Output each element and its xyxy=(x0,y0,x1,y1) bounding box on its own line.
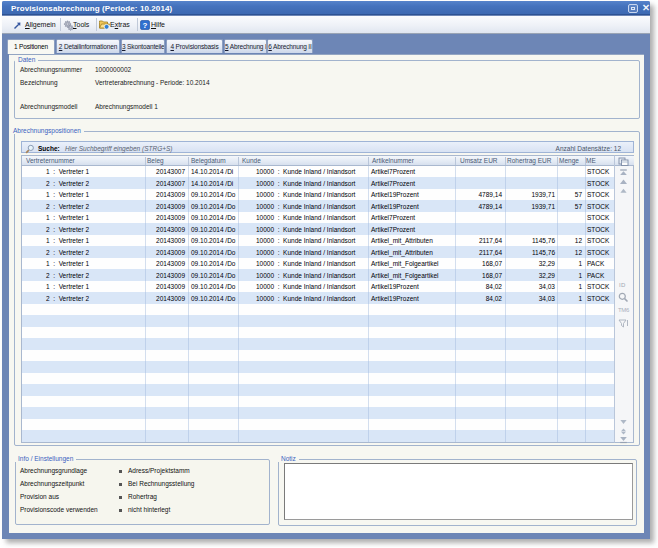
svg-text:?: ? xyxy=(143,21,148,30)
